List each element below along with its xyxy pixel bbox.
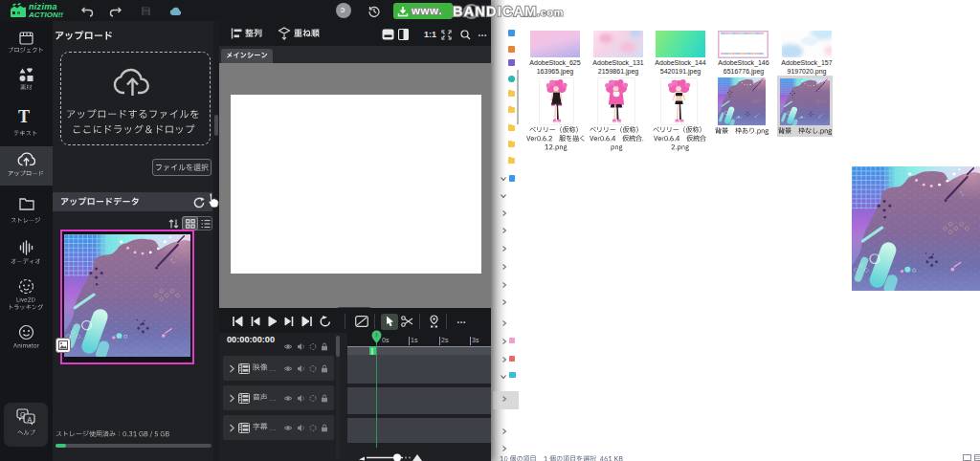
svg-text:A: A	[28, 416, 33, 423]
svg-text:Q: Q	[20, 411, 26, 419]
